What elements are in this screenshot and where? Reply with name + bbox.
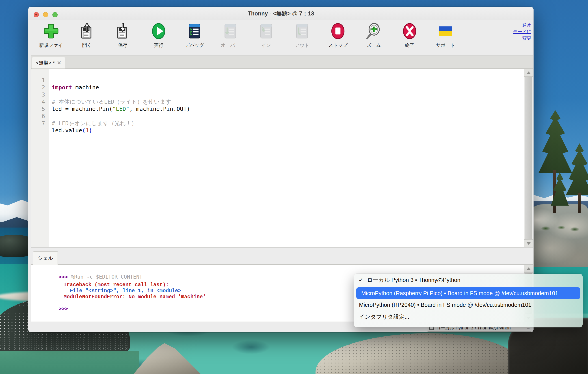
toolbar-button-label: オーバー: [221, 42, 240, 48]
toolbar-button-label: 新規ファイ: [39, 42, 63, 48]
window-title: Thonny - <無題> @ 7：13: [28, 10, 534, 17]
regular-mode-link[interactable]: 通常 モードに 変更: [513, 22, 531, 41]
stop-icon: [328, 21, 347, 41]
toolbar-button-label: デバッグ: [185, 42, 204, 48]
tab-close-icon[interactable]: ✕: [57, 60, 61, 66]
code-token: led.value: [52, 127, 82, 134]
run-icon: [149, 21, 168, 41]
code-line: 1 import machine: [31, 70, 533, 77]
menu-item-label: MicroPython (Raspberry Pi Pico) • Board …: [361, 290, 558, 296]
wallpaper-shrubs-right: [537, 224, 581, 233]
toolbar: 新規ファイ 開く 保存 実行: [28, 20, 534, 56]
toolbar-button-label: サポート: [436, 42, 455, 48]
title-bar[interactable]: Thonny - <無題> @ 7：13: [28, 7, 534, 20]
shell-line: Traceback (most recent call last):: [39, 275, 169, 282]
menu-item-label: MicroPython (RP2040) • Board in FS mode …: [359, 302, 531, 308]
new-file-button[interactable]: 新規ファイ: [33, 21, 69, 48]
scroll-up-arrow-icon[interactable]: [524, 69, 533, 77]
editor-scrollbar[interactable]: [524, 69, 533, 247]
code-comment: # LEDをオンにします（光れ！）: [52, 120, 137, 127]
zoom-button[interactable]: ズーム: [356, 21, 392, 48]
menu-item-label: インタプリタ設定...: [359, 313, 409, 320]
interpreter-menu: ✓ ローカル Python 3 • ThonnyのPython MicroPyt…: [354, 274, 583, 327]
shell-line: ModuleNotFoundError: No module named 'ma…: [39, 288, 206, 293]
menu-item-micropython-pico[interactable]: MicroPython (Raspberry Pi Pico) • Board …: [356, 287, 580, 299]
shell-line: >>> %Run -c $EDITOR_CONTENT: [34, 268, 143, 274]
toolbar-button-label: ズーム: [367, 42, 381, 48]
menu-item-label: ローカル Python 3 • ThonnyのPython: [367, 277, 460, 283]
open-file-button[interactable]: 開く: [69, 21, 105, 48]
save-file-icon: [113, 21, 132, 41]
shell-line: File "<string>", line 1, in <module>: [45, 282, 181, 288]
code-paren: (: [82, 127, 85, 134]
wallpaper-pine-trunk-right: [578, 192, 581, 213]
toolbar-button-label: 保存: [118, 42, 127, 48]
tab-label: <無題> *: [36, 60, 55, 66]
code-line: 4 led = machine.Pin("LED", machine.Pin.O…: [31, 91, 533, 98]
menu-separator: [358, 286, 579, 286]
debug-button[interactable]: デバッグ: [177, 21, 212, 48]
support-button[interactable]: サポート: [428, 21, 463, 48]
menu-item-interpreter-settings[interactable]: インタプリタ設定...: [354, 312, 583, 321]
wallpaper-pine-trunk-large: [553, 170, 556, 213]
save-file-button[interactable]: 保存: [105, 21, 141, 48]
step-over-button: オーバー: [212, 21, 248, 48]
code-line: 2: [31, 77, 533, 84]
code-paren: ): [89, 127, 92, 134]
quit-icon: [400, 21, 419, 41]
wallpaper-green-water-bottom-left: [0, 351, 139, 374]
tab-untitled[interactable]: <無題> * ✕: [32, 57, 65, 69]
toolbar-button-label: アウト: [295, 42, 309, 48]
editor-scrollbar-thumb[interactable]: [525, 77, 532, 239]
toolbar-button-label: イン: [262, 42, 271, 48]
step-out-icon: [293, 21, 312, 41]
menu-item-local-python[interactable]: ✓ ローカル Python 3 • ThonnyのPython: [354, 275, 583, 284]
ukraine-flag-icon: [436, 21, 455, 41]
checkmark-icon: ✓: [358, 275, 363, 284]
regular-mode-link-line: 通常: [513, 22, 531, 29]
menu-item-micropython-rp2040[interactable]: MicroPython (RP2040) • Board in FS mode …: [354, 300, 583, 309]
toolbar-button-label: 終了: [405, 42, 414, 48]
toolbar-button-label: ストップ: [328, 42, 347, 48]
code-editor[interactable]: 1 import machine 2 3 # 本体についているLED（ライト）を…: [31, 69, 533, 247]
editor-tab-bar: <無題> * ✕: [31, 56, 533, 69]
quit-button[interactable]: 終了: [392, 21, 428, 48]
desktop: Thonny - <無題> @ 7：13 新規ファイ 開く 保存: [0, 0, 588, 374]
code-line: 5: [31, 98, 533, 105]
regular-mode-link-line: 変更: [513, 35, 531, 41]
open-file-icon: [77, 21, 97, 41]
code-number: 1: [86, 127, 89, 134]
toolbar-button-label: 実行: [154, 42, 163, 48]
step-in-icon: [257, 21, 276, 41]
regular-mode-link-line: モードに: [513, 29, 531, 35]
step-over-icon: [221, 21, 240, 41]
scroll-down-arrow-icon[interactable]: [524, 239, 533, 247]
shell-tab-label: シェル: [38, 255, 53, 262]
scroll-up-arrow-icon[interactable]: [524, 265, 533, 273]
step-in-button: イン: [248, 21, 284, 48]
code-line: 6 # LEDをオンにします（光れ！）: [31, 105, 533, 113]
code-line: 7 led.value(1): [31, 113, 533, 120]
tab-shell[interactable]: シェル: [33, 251, 58, 265]
run-button[interactable]: 実行: [141, 21, 177, 48]
shell-prompt: >>>: [59, 306, 68, 312]
step-out-button: アウト: [284, 21, 320, 48]
wallpaper-rocky-shore-right: [524, 204, 588, 267]
new-file-plus-icon: [42, 21, 61, 41]
debug-icon: [185, 21, 204, 41]
zoom-icon: [364, 21, 383, 41]
shell-line: >>>: [34, 300, 68, 306]
line-number: 7: [31, 120, 45, 127]
menu-separator: [358, 311, 579, 311]
toolbar-button-label: 開く: [82, 42, 92, 48]
error-message: ModuleNotFoundError: No module named 'ma…: [64, 294, 206, 300]
stop-button[interactable]: ストップ: [320, 21, 356, 48]
code-line: 3 # 本体についているLED（ライト）を使います: [31, 84, 533, 91]
